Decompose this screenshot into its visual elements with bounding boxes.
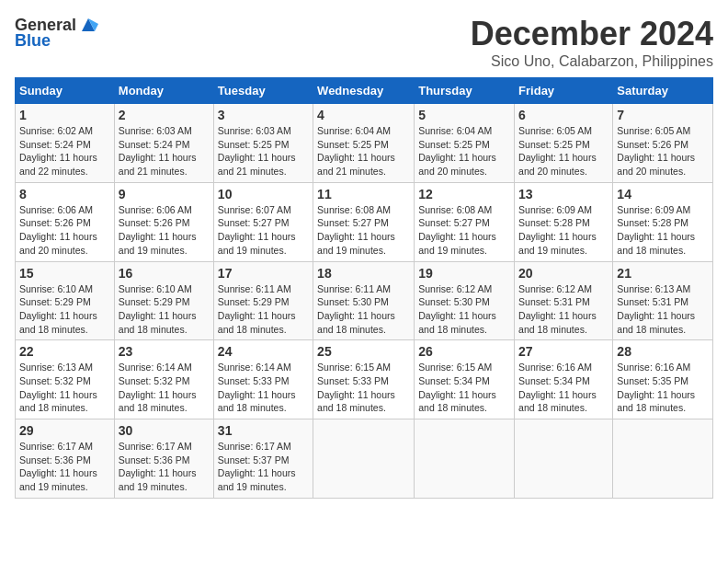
- logo-blue: Blue: [15, 31, 51, 51]
- day-number: 8: [19, 187, 110, 201]
- calendar-cell: [313, 419, 415, 499]
- calendar-cell: 12Sunrise: 6:08 AMSunset: 5:27 PMDayligh…: [415, 182, 515, 261]
- day-number: 16: [119, 266, 210, 281]
- day-info: Sunrise: 6:03 AMSunset: 5:24 PMDaylight:…: [119, 125, 197, 177]
- calendar-cell: 1Sunrise: 6:02 AMSunset: 5:24 PMDaylight…: [16, 104, 115, 183]
- day-info: Sunrise: 6:16 AMSunset: 5:34 PMDaylight:…: [518, 362, 597, 413]
- day-info: Sunrise: 6:05 AMSunset: 5:26 PMDaylight:…: [617, 125, 695, 177]
- day-info: Sunrise: 6:17 AMSunset: 5:37 PMDaylight:…: [218, 441, 296, 492]
- day-info: Sunrise: 6:12 AMSunset: 5:30 PMDaylight:…: [418, 283, 496, 335]
- calendar-cell: 7Sunrise: 6:05 AMSunset: 5:26 PMDaylight…: [613, 104, 713, 183]
- day-info: Sunrise: 6:05 AMSunset: 5:25 PMDaylight:…: [518, 125, 597, 177]
- calendar-cell: 27Sunrise: 6:16 AMSunset: 5:34 PMDayligh…: [515, 340, 613, 419]
- day-number: 5: [418, 108, 510, 122]
- day-number: 18: [317, 266, 410, 281]
- calendar-cell: 13Sunrise: 6:09 AMSunset: 5:28 PMDayligh…: [515, 182, 613, 261]
- calendar-cell: 8Sunrise: 6:06 AMSunset: 5:26 PMDaylight…: [16, 182, 115, 261]
- day-info: Sunrise: 6:17 AMSunset: 5:36 PMDaylight:…: [19, 441, 97, 492]
- day-info: Sunrise: 6:10 AMSunset: 5:29 PMDaylight:…: [119, 283, 197, 335]
- day-info: Sunrise: 6:13 AMSunset: 5:32 PMDaylight:…: [19, 362, 97, 413]
- calendar-cell: 21Sunrise: 6:13 AMSunset: 5:31 PMDayligh…: [613, 261, 713, 340]
- day-number: 24: [218, 344, 309, 359]
- calendar-cell: 6Sunrise: 6:05 AMSunset: 5:25 PMDaylight…: [515, 104, 613, 183]
- day-info: Sunrise: 6:04 AMSunset: 5:25 PMDaylight:…: [317, 125, 395, 177]
- calendar-cell: 5Sunrise: 6:04 AMSunset: 5:25 PMDaylight…: [415, 104, 515, 183]
- calendar-cell: 28Sunrise: 6:16 AMSunset: 5:35 PMDayligh…: [613, 340, 713, 419]
- calendar-cell: 10Sunrise: 6:07 AMSunset: 5:27 PMDayligh…: [213, 182, 313, 261]
- day-number: 17: [218, 266, 309, 281]
- calendar-cell: [515, 419, 613, 499]
- calendar-cell: 4Sunrise: 6:04 AMSunset: 5:25 PMDaylight…: [313, 104, 415, 183]
- day-info: Sunrise: 6:02 AMSunset: 5:24 PMDaylight:…: [19, 125, 97, 177]
- logo: General Blue: [15, 15, 98, 51]
- calendar-cell: 11Sunrise: 6:08 AMSunset: 5:27 PMDayligh…: [313, 182, 415, 261]
- calendar-cell: 16Sunrise: 6:10 AMSunset: 5:29 PMDayligh…: [114, 261, 213, 340]
- calendar-cell: 30Sunrise: 6:17 AMSunset: 5:36 PMDayligh…: [114, 419, 213, 499]
- calendar-cell: 3Sunrise: 6:03 AMSunset: 5:25 PMDaylight…: [213, 104, 313, 183]
- day-header-friday: Friday: [515, 78, 613, 104]
- calendar-cell: 2Sunrise: 6:03 AMSunset: 5:24 PMDaylight…: [114, 104, 213, 183]
- day-number: 6: [518, 108, 609, 122]
- day-number: 1: [19, 108, 110, 122]
- day-header-wednesday: Wednesday: [313, 78, 415, 104]
- day-info: Sunrise: 6:09 AMSunset: 5:28 PMDaylight:…: [518, 204, 597, 256]
- day-number: 25: [317, 344, 410, 359]
- day-number: 23: [119, 344, 210, 359]
- day-number: 9: [119, 187, 210, 201]
- day-header-tuesday: Tuesday: [213, 78, 313, 104]
- day-number: 13: [518, 187, 609, 201]
- calendar-cell: 17Sunrise: 6:11 AMSunset: 5:29 PMDayligh…: [213, 261, 313, 340]
- logo-icon: [78, 15, 98, 35]
- day-number: 20: [518, 266, 609, 281]
- day-info: Sunrise: 6:11 AMSunset: 5:30 PMDaylight:…: [317, 283, 395, 335]
- calendar-table: SundayMondayTuesdayWednesdayThursdayFrid…: [15, 77, 713, 499]
- day-number: 19: [418, 266, 510, 281]
- day-info: Sunrise: 6:07 AMSunset: 5:27 PMDaylight:…: [218, 204, 296, 256]
- calendar-cell: 9Sunrise: 6:06 AMSunset: 5:26 PMDaylight…: [114, 182, 213, 261]
- day-number: 27: [518, 344, 609, 359]
- day-info: Sunrise: 6:17 AMSunset: 5:36 PMDaylight:…: [119, 441, 197, 492]
- day-info: Sunrise: 6:16 AMSunset: 5:35 PMDaylight:…: [617, 362, 695, 413]
- day-number: 28: [617, 344, 709, 359]
- day-number: 10: [218, 187, 309, 201]
- day-info: Sunrise: 6:11 AMSunset: 5:29 PMDaylight:…: [218, 283, 296, 335]
- day-number: 7: [617, 108, 709, 122]
- day-info: Sunrise: 6:03 AMSunset: 5:25 PMDaylight:…: [218, 125, 296, 177]
- day-number: 11: [317, 187, 410, 201]
- day-info: Sunrise: 6:10 AMSunset: 5:29 PMDaylight:…: [19, 283, 97, 335]
- calendar-cell: 15Sunrise: 6:10 AMSunset: 5:29 PMDayligh…: [16, 261, 115, 340]
- location-title: Sico Uno, Calabarzon, Philippines: [471, 53, 713, 70]
- calendar-cell: 18Sunrise: 6:11 AMSunset: 5:30 PMDayligh…: [313, 261, 415, 340]
- day-number: 14: [617, 187, 709, 201]
- calendar-cell: 23Sunrise: 6:14 AMSunset: 5:32 PMDayligh…: [114, 340, 213, 419]
- day-info: Sunrise: 6:04 AMSunset: 5:25 PMDaylight:…: [418, 125, 496, 177]
- day-number: 26: [418, 344, 510, 359]
- day-info: Sunrise: 6:09 AMSunset: 5:28 PMDaylight:…: [617, 204, 695, 256]
- month-title: December 2024: [471, 15, 713, 53]
- day-header-monday: Monday: [114, 78, 213, 104]
- calendar-cell: 19Sunrise: 6:12 AMSunset: 5:30 PMDayligh…: [415, 261, 515, 340]
- day-info: Sunrise: 6:14 AMSunset: 5:32 PMDaylight:…: [119, 362, 197, 413]
- day-number: 2: [119, 108, 210, 122]
- day-info: Sunrise: 6:12 AMSunset: 5:31 PMDaylight:…: [518, 283, 597, 335]
- day-info: Sunrise: 6:06 AMSunset: 5:26 PMDaylight:…: [19, 204, 97, 256]
- calendar-cell: 25Sunrise: 6:15 AMSunset: 5:33 PMDayligh…: [313, 340, 415, 419]
- day-number: 3: [218, 108, 309, 122]
- day-header-saturday: Saturday: [613, 78, 713, 104]
- day-info: Sunrise: 6:15 AMSunset: 5:34 PMDaylight:…: [418, 362, 496, 413]
- day-info: Sunrise: 6:14 AMSunset: 5:33 PMDaylight:…: [218, 362, 296, 413]
- calendar-cell: [613, 419, 713, 499]
- day-number: 30: [119, 423, 210, 438]
- calendar-cell: 20Sunrise: 6:12 AMSunset: 5:31 PMDayligh…: [515, 261, 613, 340]
- calendar-cell: 31Sunrise: 6:17 AMSunset: 5:37 PMDayligh…: [213, 419, 313, 499]
- day-number: 21: [617, 266, 709, 281]
- calendar-cell: 22Sunrise: 6:13 AMSunset: 5:32 PMDayligh…: [16, 340, 115, 419]
- day-header-thursday: Thursday: [415, 78, 515, 104]
- day-info: Sunrise: 6:08 AMSunset: 5:27 PMDaylight:…: [317, 204, 395, 256]
- day-info: Sunrise: 6:06 AMSunset: 5:26 PMDaylight:…: [119, 204, 197, 256]
- day-number: 29: [19, 423, 110, 438]
- day-number: 31: [218, 423, 309, 438]
- calendar-cell: [415, 419, 515, 499]
- title-area: December 2024 Sico Uno, Calabarzon, Phil…: [471, 15, 713, 70]
- day-info: Sunrise: 6:15 AMSunset: 5:33 PMDaylight:…: [317, 362, 395, 413]
